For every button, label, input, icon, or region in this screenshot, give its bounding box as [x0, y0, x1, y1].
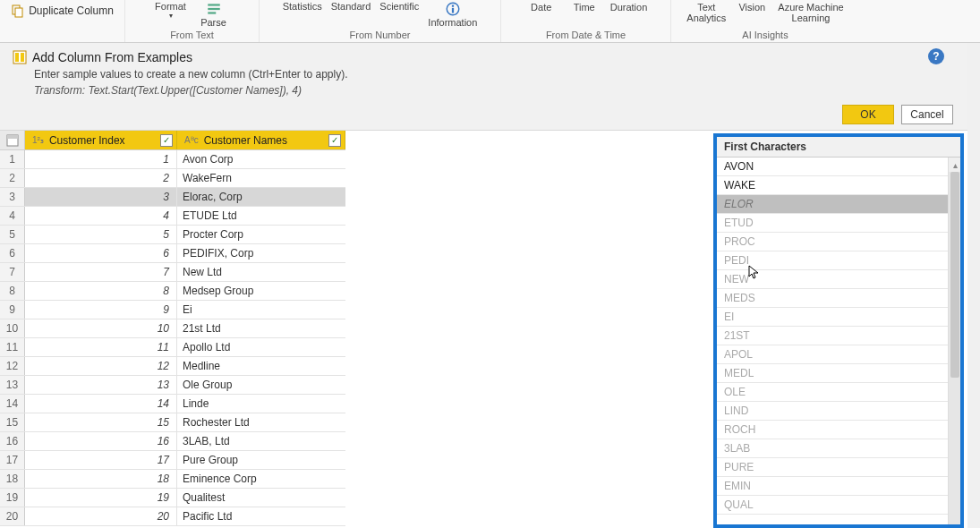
cell-customer-index[interactable]: 20	[25, 507, 177, 525]
cell-customer-index[interactable]: 11	[25, 338, 177, 356]
example-row[interactable]: MEDS	[717, 289, 948, 308]
cell-customer-name[interactable]: Ei	[177, 303, 345, 316]
table-row[interactable]: 11Avon Corp	[0, 150, 345, 169]
cell-customer-name[interactable]: Medline	[177, 360, 345, 372]
cell-customer-index[interactable]: 18	[25, 470, 177, 488]
cell-customer-index[interactable]: 1	[25, 150, 177, 168]
window-scrollbar[interactable]	[967, 43, 980, 528]
cell-customer-name[interactable]: Pure Group	[177, 454, 345, 466]
cell-customer-name[interactable]: Apollo Ltd	[177, 341, 345, 353]
example-row[interactable]: PROC	[717, 233, 948, 251]
column-header-customer-index[interactable]: 1²₃ Customer Index	[25, 131, 177, 149]
table-row[interactable]: 77New Ltd	[0, 263, 345, 282]
table-row[interactable]: 1818Eminence Corp	[0, 470, 345, 489]
table-row[interactable]: 66PEDIFIX, Corp	[0, 244, 345, 263]
table-row[interactable]: 1212Medline	[0, 357, 345, 376]
cell-customer-index[interactable]: 3	[25, 188, 177, 206]
example-row[interactable]: PURE	[717, 458, 948, 477]
cell-customer-index[interactable]: 19	[25, 489, 177, 507]
example-row[interactable]: AVON	[717, 158, 948, 176]
cell-customer-index[interactable]: 10	[25, 319, 177, 337]
column-checkbox-icon[interactable]	[160, 134, 173, 147]
duplicate-column-button[interactable]: Duplicate Column	[7, 2, 117, 20]
statistics-button[interactable]: Statistics	[283, 1, 322, 12]
table-row[interactable]: 1414Linde	[0, 395, 345, 413]
vision-button[interactable]: Vision	[735, 2, 769, 13]
cell-customer-index[interactable]: 2	[25, 169, 177, 187]
table-row[interactable]: 55Procter Corp	[0, 226, 345, 244]
format-button[interactable]: Format▾	[154, 1, 188, 20]
table-row[interactable]: 88Medsep Group	[0, 282, 345, 301]
column-checkbox-icon[interactable]	[328, 134, 341, 147]
example-row[interactable]: 3LAB	[717, 439, 948, 458]
scroll-thumb[interactable]	[950, 172, 959, 378]
cell-customer-name[interactable]: 3LAB, Ltd	[177, 435, 345, 447]
cell-customer-name[interactable]: Avon Corp	[177, 153, 345, 166]
cell-customer-index[interactable]: 14	[25, 395, 177, 413]
cell-customer-index[interactable]: 8	[25, 282, 177, 300]
examples-header[interactable]: First Characters	[717, 137, 960, 158]
example-row[interactable]: 21ST	[717, 327, 948, 345]
example-row[interactable]: EMIN	[717, 477, 948, 496]
cell-customer-name[interactable]: New Ltd	[177, 266, 345, 278]
cell-customer-index[interactable]: 6	[25, 244, 177, 262]
date-button[interactable]: Date	[524, 2, 558, 13]
cancel-button[interactable]: Cancel	[901, 105, 953, 124]
cell-customer-index[interactable]: 15	[25, 413, 177, 431]
example-row[interactable]: MEDL	[717, 364, 948, 383]
cell-customer-name[interactable]: Procter Corp	[177, 228, 345, 241]
cell-customer-name[interactable]: Linde	[177, 397, 345, 410]
example-row[interactable]: EI	[717, 308, 948, 327]
example-row[interactable]: LIND	[717, 402, 948, 421]
cell-customer-name[interactable]: Medsep Group	[177, 285, 345, 297]
column-header-customer-names[interactable]: Aᴮc Customer Names	[177, 131, 345, 149]
cell-customer-index[interactable]: 5	[25, 226, 177, 243]
table-row[interactable]: 1111Apollo Ltd	[0, 338, 345, 357]
example-row[interactable]: PEDI	[717, 251, 948, 270]
example-row[interactable]: ROCH	[717, 421, 948, 439]
duration-button[interactable]: Duration	[610, 2, 648, 13]
information-button[interactable]: Information	[428, 1, 477, 28]
table-row[interactable]: 101021st Ltd	[0, 319, 345, 338]
table-row[interactable]: 1313Ole Group	[0, 376, 345, 395]
example-row[interactable]: NEW	[717, 270, 948, 289]
scientific-button[interactable]: Scientific	[379, 1, 419, 12]
cell-customer-index[interactable]: 13	[25, 376, 177, 394]
time-button[interactable]: Time	[567, 2, 601, 13]
cell-customer-name[interactable]: Eminence Corp	[177, 473, 345, 485]
example-row[interactable]: WAKE	[717, 176, 948, 195]
table-row[interactable]: 16163LAB, Ltd	[0, 432, 345, 451]
cell-customer-name[interactable]: Qualitest	[177, 491, 345, 504]
cell-customer-name[interactable]: ETUDE Ltd	[177, 209, 345, 222]
cell-customer-name[interactable]: 21st Ltd	[177, 322, 345, 335]
cell-customer-index[interactable]: 17	[25, 451, 177, 469]
table-row[interactable]: 44ETUDE Ltd	[0, 207, 345, 226]
cell-customer-index[interactable]: 4	[25, 207, 177, 225]
cell-customer-index[interactable]: 7	[25, 263, 177, 281]
example-row[interactable]: OLE	[717, 383, 948, 402]
examples-scrollbar[interactable]: ▴	[948, 158, 960, 524]
ok-button[interactable]: OK	[842, 105, 894, 124]
scroll-up-icon[interactable]: ▴	[949, 158, 960, 172]
table-row[interactable]: 2020Pacific Ltd	[0, 507, 345, 526]
table-row[interactable]: 22WakeFern	[0, 169, 345, 188]
cell-customer-name[interactable]: PEDIFIX, Corp	[177, 247, 345, 260]
example-row[interactable]: QUAL	[717, 496, 948, 515]
cell-customer-index[interactable]: 16	[25, 432, 177, 450]
table-row[interactable]: 99Ei	[0, 301, 345, 319]
cell-customer-name[interactable]: Ole Group	[177, 379, 345, 391]
cell-customer-name[interactable]: Pacific Ltd	[177, 510, 345, 523]
parse-button[interactable]: Parse	[197, 1, 231, 28]
example-row[interactable]: APOL	[717, 345, 948, 364]
help-button[interactable]: ?	[928, 48, 944, 64]
scroll-track[interactable]	[949, 172, 960, 524]
cell-customer-index[interactable]: 9	[25, 301, 177, 319]
table-row[interactable]: 1717Pure Group	[0, 451, 345, 470]
azure-ml-button[interactable]: Azure Machine Learning	[778, 2, 843, 23]
table-corner[interactable]	[0, 131, 25, 149]
standard-button[interactable]: Standard	[331, 1, 371, 12]
example-row[interactable]: ETUD	[717, 214, 948, 233]
table-row[interactable]: 33Elorac, Corp	[0, 188, 345, 207]
cell-customer-name[interactable]: Elorac, Corp	[177, 191, 345, 203]
cell-customer-index[interactable]: 12	[25, 357, 177, 375]
